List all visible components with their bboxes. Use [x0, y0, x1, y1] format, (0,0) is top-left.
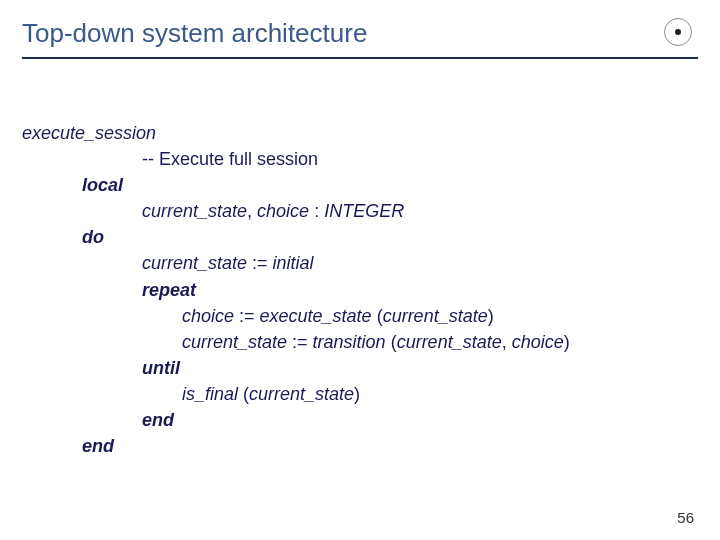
comment-line: -- Execute full session [22, 146, 698, 172]
assign1-rhs: initial [273, 253, 314, 273]
isfinal-close: ) [354, 384, 360, 404]
kw-end-outer: end [22, 433, 698, 459]
logo-icon [664, 18, 692, 46]
kw-until: until [22, 355, 698, 381]
type-integer: INTEGER [324, 201, 404, 221]
isfinal-fn: is_final [182, 384, 238, 404]
var-current-state: current_state [142, 201, 247, 221]
decl-colon: : [314, 201, 324, 221]
choice-lhs: choice [182, 306, 234, 326]
decl-sep: , [247, 201, 257, 221]
assign1-lhs: current_state [142, 253, 247, 273]
line-isfinal: is_final (current_state) [22, 381, 698, 407]
line-choice: choice := execute_state (current_state) [22, 303, 698, 329]
decl-line: current_state, choice : INTEGER [22, 198, 698, 224]
proc-name: execute_session [22, 123, 156, 143]
var-choice: choice [257, 201, 314, 221]
kw-repeat: repeat [22, 277, 698, 303]
trans-open: ( [386, 332, 397, 352]
line-transition: current_state := transition (current_sta… [22, 329, 698, 355]
trans-lhs: current_state [182, 332, 287, 352]
kw-do: do [22, 224, 698, 250]
kw-end-inner: end [22, 407, 698, 433]
trans-comma: , [502, 332, 512, 352]
trans-arg2: choice [512, 332, 564, 352]
slide-header: Top-down system architecture [22, 18, 698, 59]
choice-fn: execute_state [260, 306, 372, 326]
kw-local: local [22, 172, 698, 198]
choice-open: ( [372, 306, 383, 326]
logo-dot [675, 29, 681, 35]
assign1-op: := [247, 253, 273, 273]
choice-close: ) [488, 306, 494, 326]
isfinal-arg: current_state [249, 384, 354, 404]
page-number: 56 [677, 509, 694, 526]
trans-op: := [287, 332, 313, 352]
assign-initial: current_state := initial [22, 250, 698, 276]
trans-fn: transition [313, 332, 386, 352]
choice-arg: current_state [383, 306, 488, 326]
slide-title: Top-down system architecture [22, 18, 367, 48]
choice-op: := [234, 306, 260, 326]
trans-arg1: current_state [397, 332, 502, 352]
code-block: execute_session -- Execute full session … [22, 120, 698, 459]
trans-close: ) [564, 332, 570, 352]
isfinal-open: ( [238, 384, 249, 404]
